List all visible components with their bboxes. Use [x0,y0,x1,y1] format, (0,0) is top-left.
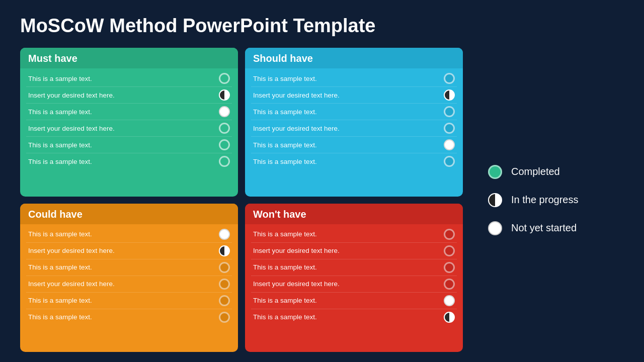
row-label: This is a sample text. [28,263,92,271]
toggle-not-started-icon [444,295,455,306]
toggle-in-progress-icon [219,245,230,256]
table-row: This is a sample text. [251,259,457,276]
toggle-completed-icon [219,295,230,306]
legend-notstarted-icon [488,221,502,235]
table-row: Insert your desired text here. [26,243,232,259]
row-label: Insert your desired text here. [253,247,340,254]
table-row: Insert your desired text here. [251,243,457,259]
table-row: Insert your desired text here. [26,87,232,104]
toggle-not-started-icon [219,229,230,240]
row-label: This is a sample text. [253,313,317,321]
table-row: This is a sample text. [26,137,232,153]
toggle-completed-icon [444,123,455,134]
toggle-completed-icon [444,245,455,256]
toggle-completed-icon [444,106,455,117]
legend-item-completed: Completed [488,165,624,179]
row-label: Insert your desired text here. [28,247,115,254]
page: MoSCoW Method PowerPoint Template Must h… [0,0,644,362]
table-row: This is a sample text. [251,70,457,87]
card-wont-have: Won't have This is a sample text. Insert… [245,204,463,352]
table-row: This is a sample text. [26,70,232,87]
table-row: Insert your desired text here. [26,276,232,293]
row-label: This is a sample text. [253,263,317,271]
legend-item-not-started: Not yet started [488,221,624,235]
toggle-completed-icon [444,156,455,167]
row-label: This is a sample text. [28,75,92,82]
row-label: This is a sample text. [28,108,92,116]
legend-item-in-progress: In the progress [488,193,624,207]
legend: Completed In the progress Not yet starte… [463,48,624,352]
row-label: This is a sample text. [28,158,92,165]
page-title: MoSCoW Method PowerPoint Template [20,15,624,37]
table-row: This is a sample text. [26,309,232,325]
toggle-completed-icon [444,279,455,290]
toggle-not-started-icon [444,139,455,150]
row-label: Insert your desired text here. [28,92,115,99]
legend-inprogress-icon [488,193,502,207]
toggle-completed-icon [444,262,455,273]
legend-completed-label: Completed [511,166,560,177]
toggle-completed-icon [219,312,230,323]
toggle-completed-icon [444,73,455,84]
toggle-in-progress-icon [444,89,455,101]
table-row: This is a sample text. [26,153,232,169]
table-row: Insert your desired text here. [251,120,457,137]
table-row: Insert your desired text here. [26,120,232,137]
toggle-completed-icon [219,262,230,273]
toggle-completed-icon [444,229,455,240]
wont-have-body: This is a sample text. Insert your desir… [245,224,463,352]
table-row: Insert your desired text here. [251,87,457,104]
legend-completed-icon [488,165,502,179]
row-label: This is a sample text. [28,313,92,321]
legend-notstarted-label: Not yet started [511,222,577,234]
toggle-completed-icon [219,156,230,167]
row-label: This is a sample text. [253,141,317,149]
card-could-have: Could have This is a sample text. Insert… [20,204,238,352]
should-have-body: This is a sample text. Insert your desir… [245,68,463,197]
row-label: Insert your desired text here. [253,92,340,99]
table-row: This is a sample text. [251,104,457,120]
could-have-header: Could have [20,204,238,224]
toggle-completed-icon [219,123,230,134]
row-label: This is a sample text. [28,297,92,304]
legend-inprogress-label: In the progress [511,194,578,206]
table-row: This is a sample text. [251,137,457,153]
should-have-header: Should have [245,48,463,68]
row-label: This is a sample text. [28,141,92,149]
toggle-completed-icon [219,73,230,84]
table-row: This is a sample text. [26,104,232,120]
card-must-have: Must have This is a sample text. Insert … [20,48,238,197]
row-label: This is a sample text. [253,230,317,238]
table-row: This is a sample text. [251,226,457,243]
could-have-body: This is a sample text. Insert your desir… [20,224,238,352]
toggle-in-progress-icon [219,89,230,101]
table-row: This is a sample text. [26,226,232,243]
toggle-completed-icon [219,139,230,150]
toggle-in-progress-icon [444,312,455,323]
table-row: This is a sample text. [251,153,457,169]
toggle-not-started-icon [219,106,230,117]
row-label: Insert your desired text here. [28,125,115,132]
row-label: This is a sample text. [28,230,92,238]
table-row: This is a sample text. [251,309,457,325]
moscow-grid: Must have This is a sample text. Insert … [20,48,463,352]
card-should-have: Should have This is a sample text. Inser… [245,48,463,197]
table-row: This is a sample text. [26,293,232,309]
row-label: This is a sample text. [253,108,317,116]
row-label: This is a sample text. [253,297,317,304]
row-label: Insert your desired text here. [253,280,340,288]
main-area: Must have This is a sample text. Insert … [20,48,624,352]
row-label: Insert your desired text here. [253,125,340,132]
table-row: Insert your desired text here. [251,276,457,293]
table-row: This is a sample text. [251,293,457,309]
row-label: This is a sample text. [253,75,317,82]
wont-have-header: Won't have [245,204,463,224]
row-label: This is a sample text. [253,158,317,165]
table-row: This is a sample text. [26,259,232,276]
row-label: Insert your desired text here. [28,280,115,288]
toggle-completed-icon [219,279,230,290]
must-have-body: This is a sample text. Insert your desir… [20,68,238,197]
must-have-header: Must have [20,48,238,68]
